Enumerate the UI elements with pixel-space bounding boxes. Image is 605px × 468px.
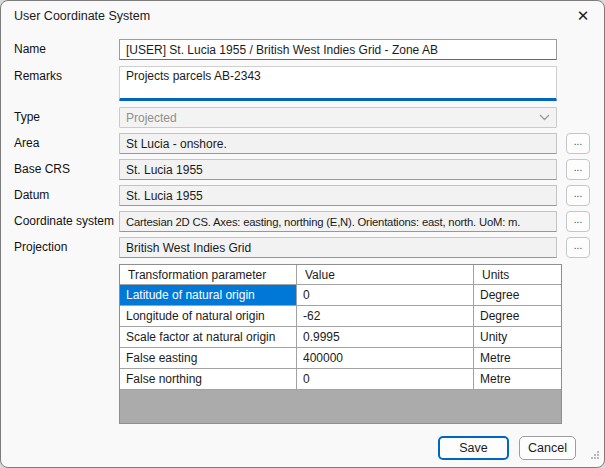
value-cell[interactable]: 0: [297, 285, 474, 305]
parameter-cell[interactable]: Scale factor at natural origin: [120, 327, 297, 347]
name-row: Name: [14, 39, 590, 60]
datum-field: St. Lucia 1955: [119, 185, 557, 206]
datum-label: Datum: [14, 185, 119, 206]
projection-browse-button[interactable]: ...: [566, 237, 590, 258]
transformation-parameters-table: Transformation parameter Value Units Lat…: [119, 264, 562, 424]
datum-browse-button[interactable]: ...: [566, 185, 590, 206]
projection-row: Projection British West Indies Grid ...: [14, 237, 590, 258]
table-row: Scale factor at natural origin 0.9995 Un…: [120, 327, 561, 348]
area-browse-button[interactable]: ...: [566, 133, 590, 154]
units-cell[interactable]: Metre: [474, 369, 561, 389]
coordinate-system-value: Cartesian 2D CS. Axes: easting, northing…: [126, 216, 520, 228]
area-label: Area: [14, 133, 119, 154]
title-bar: User Coordinate System ✕: [1, 1, 604, 31]
name-label: Name: [14, 39, 119, 60]
units-cell[interactable]: Unity: [474, 327, 561, 347]
table-row: Latitude of natural origin 0 Degree: [120, 285, 561, 306]
type-selected-value: Projected: [126, 111, 177, 125]
type-label: Type: [14, 107, 119, 128]
chevron-down-icon: [539, 114, 550, 121]
parameter-cell[interactable]: Longitude of natural origin: [120, 306, 297, 326]
coordinate-system-label: Coordinate system: [14, 211, 119, 232]
parameter-cell[interactable]: Latitude of natural origin: [120, 285, 297, 305]
base-crs-browse-button[interactable]: ...: [566, 159, 590, 180]
remarks-row: Remarks Projects parcels AB-2343: [14, 66, 590, 101]
table-row: False easting 400000 Metre: [120, 348, 561, 369]
coordinate-system-field: Cartesian 2D CS. Axes: easting, northing…: [119, 211, 557, 232]
remarks-label: Remarks: [14, 66, 119, 87]
user-coordinate-system-dialog: User Coordinate System ✕ Name Remarks Pr…: [0, 0, 605, 468]
parameter-cell[interactable]: False easting: [120, 348, 297, 368]
remarks-textarea[interactable]: Projects parcels AB-2343: [119, 66, 557, 101]
coordinate-system-browse-button[interactable]: ...: [566, 211, 590, 232]
type-row: Type Projected: [14, 107, 590, 128]
value-cell[interactable]: 0.9995: [297, 327, 474, 347]
table-empty-area: [120, 390, 561, 423]
column-header-parameter: Transformation parameter: [120, 265, 297, 284]
units-cell[interactable]: Degree: [474, 306, 561, 326]
units-cell[interactable]: Metre: [474, 348, 561, 368]
type-select: Projected: [119, 107, 557, 128]
area-value: St Lucia - onshore.: [126, 137, 227, 151]
base-crs-row: Base CRS St. Lucia 1955 ...: [14, 159, 590, 180]
column-header-units: Units: [474, 265, 561, 284]
value-cell[interactable]: 0: [297, 369, 474, 389]
area-row: Area St Lucia - onshore. ...: [14, 133, 590, 154]
cancel-button[interactable]: Cancel: [519, 436, 576, 460]
base-crs-value: St. Lucia 1955: [126, 163, 203, 177]
name-input[interactable]: [119, 39, 557, 60]
coordinate-system-row: Coordinate system Cartesian 2D CS. Axes:…: [14, 211, 590, 232]
base-crs-field: St. Lucia 1955: [119, 159, 557, 180]
units-cell[interactable]: Degree: [474, 285, 561, 305]
projection-label: Projection: [14, 237, 119, 258]
value-cell[interactable]: -62: [297, 306, 474, 326]
window-title: User Coordinate System: [14, 9, 150, 23]
base-crs-label: Base CRS: [14, 159, 119, 180]
column-header-value: Value: [297, 265, 474, 284]
resize-grip[interactable]: [589, 449, 600, 463]
table-row: Longitude of natural origin -62 Degree: [120, 306, 561, 327]
dialog-body: Name Remarks Projects parcels AB-2343 Ty…: [1, 31, 604, 429]
table-row: False northing 0 Metre: [120, 369, 561, 390]
area-field: St Lucia - onshore.: [119, 133, 557, 154]
button-bar: Save Cancel: [1, 429, 604, 467]
datum-value: St. Lucia 1955: [126, 189, 203, 203]
table-header-row: Transformation parameter Value Units: [120, 265, 561, 285]
projection-field: British West Indies Grid: [119, 237, 557, 258]
projection-value: British West Indies Grid: [126, 241, 251, 255]
value-cell[interactable]: 400000: [297, 348, 474, 368]
datum-row: Datum St. Lucia 1955 ...: [14, 185, 590, 206]
parameter-cell[interactable]: False northing: [120, 369, 297, 389]
save-button[interactable]: Save: [438, 436, 509, 460]
close-icon[interactable]: ✕: [562, 1, 604, 31]
